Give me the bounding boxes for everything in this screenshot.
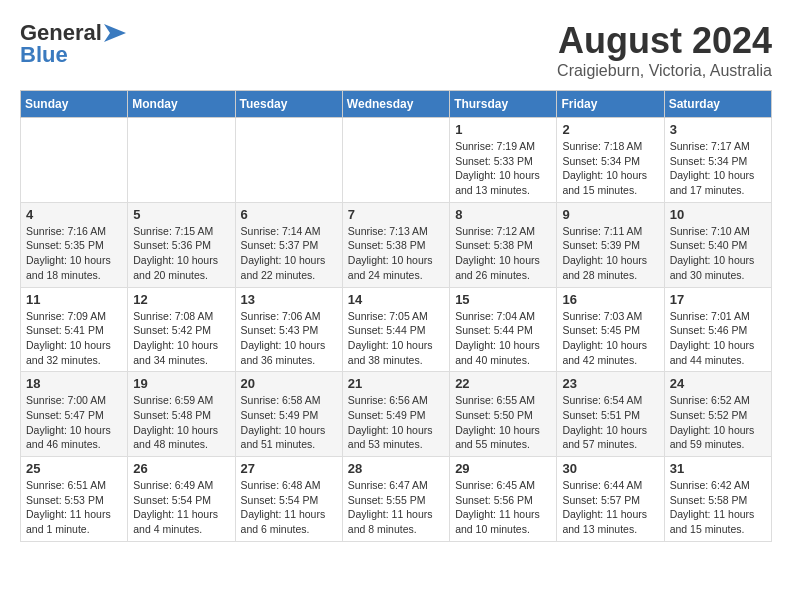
calendar-week-3: 11Sunrise: 7:09 AM Sunset: 5:41 PM Dayli… <box>21 287 772 372</box>
calendar-cell: 12Sunrise: 7:08 AM Sunset: 5:42 PM Dayli… <box>128 287 235 372</box>
day-number: 7 <box>348 207 444 222</box>
calendar-body: 1Sunrise: 7:19 AM Sunset: 5:33 PM Daylig… <box>21 118 772 542</box>
logo-blue: Blue <box>20 42 68 68</box>
calendar-cell: 4Sunrise: 7:16 AM Sunset: 5:35 PM Daylig… <box>21 202 128 287</box>
day-info: Sunrise: 7:14 AM Sunset: 5:37 PM Dayligh… <box>241 224 337 283</box>
calendar-cell: 24Sunrise: 6:52 AM Sunset: 5:52 PM Dayli… <box>664 372 771 457</box>
day-info: Sunrise: 7:13 AM Sunset: 5:38 PM Dayligh… <box>348 224 444 283</box>
day-info: Sunrise: 7:01 AM Sunset: 5:46 PM Dayligh… <box>670 309 766 368</box>
calendar-cell: 27Sunrise: 6:48 AM Sunset: 5:54 PM Dayli… <box>235 457 342 542</box>
weekday-header-sunday: Sunday <box>21 91 128 118</box>
day-info: Sunrise: 6:52 AM Sunset: 5:52 PM Dayligh… <box>670 393 766 452</box>
page-header: General Blue August 2024 Craigieburn, Vi… <box>20 20 772 80</box>
calendar-cell: 22Sunrise: 6:55 AM Sunset: 5:50 PM Dayli… <box>450 372 557 457</box>
day-number: 20 <box>241 376 337 391</box>
day-number: 18 <box>26 376 122 391</box>
weekday-header-saturday: Saturday <box>664 91 771 118</box>
day-info: Sunrise: 7:17 AM Sunset: 5:34 PM Dayligh… <box>670 139 766 198</box>
calendar-cell: 15Sunrise: 7:04 AM Sunset: 5:44 PM Dayli… <box>450 287 557 372</box>
logo-arrow-icon <box>104 24 126 42</box>
day-info: Sunrise: 7:00 AM Sunset: 5:47 PM Dayligh… <box>26 393 122 452</box>
location-subtitle: Craigieburn, Victoria, Australia <box>557 62 772 80</box>
calendar-cell: 14Sunrise: 7:05 AM Sunset: 5:44 PM Dayli… <box>342 287 449 372</box>
day-info: Sunrise: 6:55 AM Sunset: 5:50 PM Dayligh… <box>455 393 551 452</box>
calendar-cell: 7Sunrise: 7:13 AM Sunset: 5:38 PM Daylig… <box>342 202 449 287</box>
calendar-week-2: 4Sunrise: 7:16 AM Sunset: 5:35 PM Daylig… <box>21 202 772 287</box>
day-info: Sunrise: 7:19 AM Sunset: 5:33 PM Dayligh… <box>455 139 551 198</box>
day-number: 2 <box>562 122 658 137</box>
day-info: Sunrise: 6:49 AM Sunset: 5:54 PM Dayligh… <box>133 478 229 537</box>
calendar-cell: 1Sunrise: 7:19 AM Sunset: 5:33 PM Daylig… <box>450 118 557 203</box>
calendar-cell: 29Sunrise: 6:45 AM Sunset: 5:56 PM Dayli… <box>450 457 557 542</box>
day-number: 25 <box>26 461 122 476</box>
svg-marker-0 <box>104 24 126 42</box>
day-number: 16 <box>562 292 658 307</box>
day-info: Sunrise: 7:11 AM Sunset: 5:39 PM Dayligh… <box>562 224 658 283</box>
calendar-cell: 2Sunrise: 7:18 AM Sunset: 5:34 PM Daylig… <box>557 118 664 203</box>
title-block: August 2024 Craigieburn, Victoria, Austr… <box>557 20 772 80</box>
calendar-cell: 28Sunrise: 6:47 AM Sunset: 5:55 PM Dayli… <box>342 457 449 542</box>
calendar-cell: 10Sunrise: 7:10 AM Sunset: 5:40 PM Dayli… <box>664 202 771 287</box>
day-number: 13 <box>241 292 337 307</box>
day-info: Sunrise: 6:44 AM Sunset: 5:57 PM Dayligh… <box>562 478 658 537</box>
calendar-cell: 26Sunrise: 6:49 AM Sunset: 5:54 PM Dayli… <box>128 457 235 542</box>
day-info: Sunrise: 6:47 AM Sunset: 5:55 PM Dayligh… <box>348 478 444 537</box>
day-info: Sunrise: 6:54 AM Sunset: 5:51 PM Dayligh… <box>562 393 658 452</box>
day-number: 30 <box>562 461 658 476</box>
day-number: 12 <box>133 292 229 307</box>
day-number: 24 <box>670 376 766 391</box>
day-info: Sunrise: 7:18 AM Sunset: 5:34 PM Dayligh… <box>562 139 658 198</box>
day-info: Sunrise: 7:05 AM Sunset: 5:44 PM Dayligh… <box>348 309 444 368</box>
calendar-cell: 20Sunrise: 6:58 AM Sunset: 5:49 PM Dayli… <box>235 372 342 457</box>
calendar-cell <box>342 118 449 203</box>
calendar-week-5: 25Sunrise: 6:51 AM Sunset: 5:53 PM Dayli… <box>21 457 772 542</box>
day-number: 10 <box>670 207 766 222</box>
day-number: 5 <box>133 207 229 222</box>
day-number: 21 <box>348 376 444 391</box>
weekday-header-monday: Monday <box>128 91 235 118</box>
day-info: Sunrise: 7:06 AM Sunset: 5:43 PM Dayligh… <box>241 309 337 368</box>
calendar-cell <box>21 118 128 203</box>
calendar-cell: 23Sunrise: 6:54 AM Sunset: 5:51 PM Dayli… <box>557 372 664 457</box>
day-info: Sunrise: 7:03 AM Sunset: 5:45 PM Dayligh… <box>562 309 658 368</box>
logo: General Blue <box>20 20 126 68</box>
weekday-header-tuesday: Tuesday <box>235 91 342 118</box>
weekday-header-thursday: Thursday <box>450 91 557 118</box>
day-info: Sunrise: 7:15 AM Sunset: 5:36 PM Dayligh… <box>133 224 229 283</box>
day-number: 23 <box>562 376 658 391</box>
weekday-header-friday: Friday <box>557 91 664 118</box>
day-info: Sunrise: 7:04 AM Sunset: 5:44 PM Dayligh… <box>455 309 551 368</box>
day-number: 6 <box>241 207 337 222</box>
day-number: 31 <box>670 461 766 476</box>
calendar-week-1: 1Sunrise: 7:19 AM Sunset: 5:33 PM Daylig… <box>21 118 772 203</box>
calendar-cell: 31Sunrise: 6:42 AM Sunset: 5:58 PM Dayli… <box>664 457 771 542</box>
calendar-week-4: 18Sunrise: 7:00 AM Sunset: 5:47 PM Dayli… <box>21 372 772 457</box>
day-info: Sunrise: 6:51 AM Sunset: 5:53 PM Dayligh… <box>26 478 122 537</box>
day-info: Sunrise: 6:59 AM Sunset: 5:48 PM Dayligh… <box>133 393 229 452</box>
day-info: Sunrise: 7:09 AM Sunset: 5:41 PM Dayligh… <box>26 309 122 368</box>
month-year-title: August 2024 <box>557 20 772 62</box>
day-info: Sunrise: 6:42 AM Sunset: 5:58 PM Dayligh… <box>670 478 766 537</box>
calendar-cell: 19Sunrise: 6:59 AM Sunset: 5:48 PM Dayli… <box>128 372 235 457</box>
calendar-table: SundayMondayTuesdayWednesdayThursdayFrid… <box>20 90 772 542</box>
calendar-cell: 6Sunrise: 7:14 AM Sunset: 5:37 PM Daylig… <box>235 202 342 287</box>
day-info: Sunrise: 7:08 AM Sunset: 5:42 PM Dayligh… <box>133 309 229 368</box>
day-info: Sunrise: 7:16 AM Sunset: 5:35 PM Dayligh… <box>26 224 122 283</box>
calendar-cell: 9Sunrise: 7:11 AM Sunset: 5:39 PM Daylig… <box>557 202 664 287</box>
day-number: 8 <box>455 207 551 222</box>
calendar-cell: 25Sunrise: 6:51 AM Sunset: 5:53 PM Dayli… <box>21 457 128 542</box>
calendar-cell: 17Sunrise: 7:01 AM Sunset: 5:46 PM Dayli… <box>664 287 771 372</box>
day-info: Sunrise: 7:10 AM Sunset: 5:40 PM Dayligh… <box>670 224 766 283</box>
day-number: 9 <box>562 207 658 222</box>
calendar-cell: 8Sunrise: 7:12 AM Sunset: 5:38 PM Daylig… <box>450 202 557 287</box>
weekday-header-wednesday: Wednesday <box>342 91 449 118</box>
day-number: 28 <box>348 461 444 476</box>
calendar-cell: 16Sunrise: 7:03 AM Sunset: 5:45 PM Dayli… <box>557 287 664 372</box>
day-info: Sunrise: 7:12 AM Sunset: 5:38 PM Dayligh… <box>455 224 551 283</box>
day-info: Sunrise: 6:56 AM Sunset: 5:49 PM Dayligh… <box>348 393 444 452</box>
day-number: 22 <box>455 376 551 391</box>
day-info: Sunrise: 6:48 AM Sunset: 5:54 PM Dayligh… <box>241 478 337 537</box>
calendar-cell <box>128 118 235 203</box>
day-number: 4 <box>26 207 122 222</box>
calendar-cell: 3Sunrise: 7:17 AM Sunset: 5:34 PM Daylig… <box>664 118 771 203</box>
